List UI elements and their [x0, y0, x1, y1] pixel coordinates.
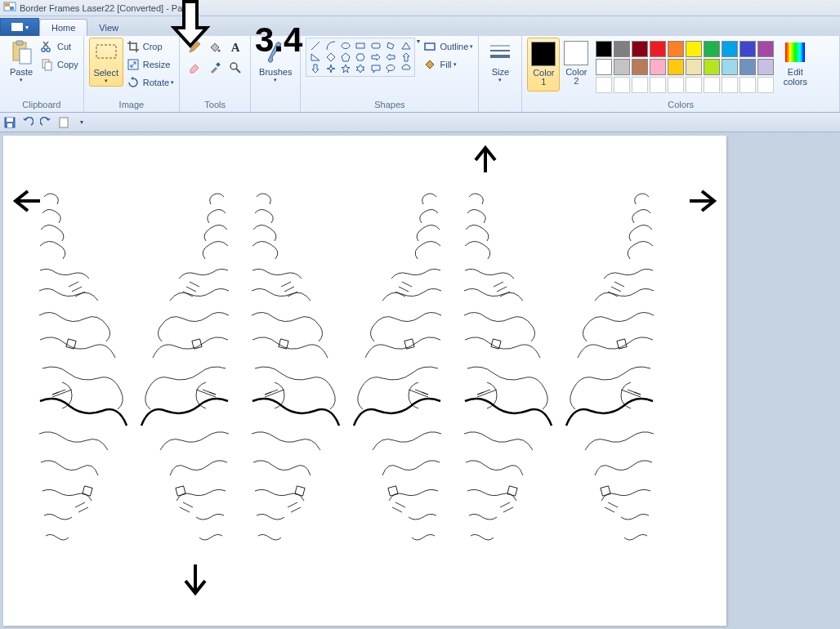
- outline-button[interactable]: Outline▾: [423, 38, 473, 56]
- palette-empty[interactable]: [704, 77, 720, 93]
- shape-pentagon[interactable]: [338, 51, 352, 62]
- palette-color[interactable]: [722, 59, 738, 75]
- svg-rect-9: [45, 62, 51, 70]
- paste-icon: [8, 39, 34, 65]
- canvas[interactable]: [3, 136, 726, 626]
- shapes-gallery[interactable]: [306, 38, 415, 77]
- palette-empty[interactable]: [722, 77, 738, 93]
- text-tool[interactable]: A: [226, 38, 245, 57]
- select-icon: [93, 40, 119, 66]
- cut-button[interactable]: Cut: [41, 38, 78, 56]
- palette-empty[interactable]: [757, 77, 774, 93]
- palette-color[interactable]: [686, 41, 702, 57]
- shape-oval[interactable]: [338, 40, 352, 51]
- shape-star6[interactable]: [354, 64, 368, 74]
- shape-diamond[interactable]: [324, 51, 337, 62]
- fill-tool[interactable]: [205, 38, 225, 57]
- shape-star5[interactable]: [338, 64, 352, 74]
- size-icon: [487, 39, 513, 65]
- qat-item[interactable]: [57, 116, 70, 129]
- qat-customize[interactable]: ▾: [75, 116, 88, 129]
- shape-triangle[interactable]: [399, 40, 413, 51]
- file-menu-button[interactable]: ▾: [0, 18, 39, 36]
- redo-icon: [40, 117, 51, 128]
- select-button[interactable]: Select ▾: [89, 38, 123, 87]
- tab-view[interactable]: View: [87, 20, 130, 36]
- palette-color[interactable]: [614, 41, 630, 57]
- palette-empty[interactable]: [668, 77, 684, 93]
- shape-roundrect[interactable]: [369, 40, 382, 51]
- ribbon: Paste ▾ Cut Copy Clipboard Select ▾: [0, 36, 840, 113]
- shape-arrow-r[interactable]: [369, 51, 382, 62]
- shape-rtriangle[interactable]: [308, 51, 322, 62]
- shape-arrow-u[interactable]: [399, 51, 413, 62]
- copy-button[interactable]: Copy: [41, 56, 78, 74]
- palette-empty[interactable]: [596, 77, 612, 93]
- paste-button[interactable]: Paste ▾: [5, 38, 38, 85]
- svg-rect-2: [10, 7, 14, 10]
- palette-color[interactable]: [632, 41, 648, 57]
- palette-color[interactable]: [596, 59, 612, 75]
- palette-color[interactable]: [650, 41, 666, 57]
- palette-empty[interactable]: [632, 77, 648, 93]
- palette-color[interactable]: [704, 59, 720, 75]
- group-clipboard: Paste ▾ Cut Copy Clipboard: [0, 36, 84, 112]
- palette-color[interactable]: [668, 41, 684, 57]
- palette-color[interactable]: [739, 41, 756, 57]
- shape-line[interactable]: [308, 40, 322, 51]
- brushes-button[interactable]: Brushes ▾: [256, 38, 295, 85]
- copy-icon: [41, 58, 54, 71]
- shape-rect[interactable]: [354, 40, 368, 51]
- pencil-tool[interactable]: [185, 38, 204, 57]
- palette-color[interactable]: [668, 59, 684, 75]
- shape-arrow-l[interactable]: [384, 51, 398, 62]
- palette-color[interactable]: [722, 41, 738, 57]
- shape-hexagon[interactable]: [354, 51, 368, 62]
- palette-color[interactable]: [650, 59, 666, 75]
- color1-button[interactable]: Color 1: [527, 38, 560, 91]
- eraser-tool[interactable]: [185, 58, 204, 78]
- shape-arrow-d[interactable]: [308, 64, 322, 74]
- svg-rect-1: [5, 3, 10, 7]
- edit-colors-button[interactable]: Edit colors: [779, 38, 811, 88]
- save-button[interactable]: [3, 116, 16, 129]
- palette-empty[interactable]: [614, 77, 630, 93]
- shape-curve[interactable]: [324, 40, 337, 51]
- palette-color[interactable]: [596, 41, 612, 57]
- shape-callout-rect[interactable]: [369, 64, 382, 74]
- tab-home[interactable]: Home: [39, 19, 87, 36]
- palette-color[interactable]: [739, 59, 756, 75]
- shapes-more-button[interactable]: ▾: [417, 38, 420, 45]
- palette-color[interactable]: [632, 59, 648, 75]
- shape-polygon[interactable]: [384, 40, 398, 51]
- palette-empty[interactable]: [686, 77, 702, 93]
- svg-rect-4: [16, 41, 23, 45]
- bucket-icon: [208, 41, 221, 54]
- canvas-arrow-down: [185, 564, 205, 593]
- size-button[interactable]: Size ▾: [484, 38, 516, 85]
- crop-button[interactable]: Crop: [127, 38, 174, 56]
- palette-empty[interactable]: [739, 77, 756, 93]
- fill-button[interactable]: Fill▾: [423, 56, 473, 74]
- palette-color[interactable]: [757, 59, 774, 75]
- shape-cloud[interactable]: [399, 64, 413, 74]
- redo-button[interactable]: [39, 116, 52, 129]
- resize-button[interactable]: Resize: [127, 56, 174, 74]
- palette-color[interactable]: [704, 41, 720, 57]
- palette-empty[interactable]: [650, 77, 666, 93]
- magnifier-icon: [229, 61, 242, 74]
- shape-callout-oval[interactable]: [384, 64, 398, 74]
- palette-color[interactable]: [614, 59, 630, 75]
- rotate-button[interactable]: Rotate▾: [127, 74, 174, 91]
- picker-tool[interactable]: [205, 58, 225, 78]
- color-palette: [592, 38, 774, 93]
- svg-marker-24: [356, 54, 364, 60]
- palette-color[interactable]: [757, 41, 774, 57]
- shape-star4[interactable]: [324, 64, 337, 74]
- svg-point-6: [42, 48, 45, 51]
- palette-color[interactable]: [686, 59, 702, 75]
- color2-button[interactable]: Color 2: [560, 38, 592, 91]
- undo-button[interactable]: [21, 116, 34, 129]
- canvas-arrow-right: [690, 191, 714, 211]
- zoom-tool[interactable]: [226, 58, 245, 78]
